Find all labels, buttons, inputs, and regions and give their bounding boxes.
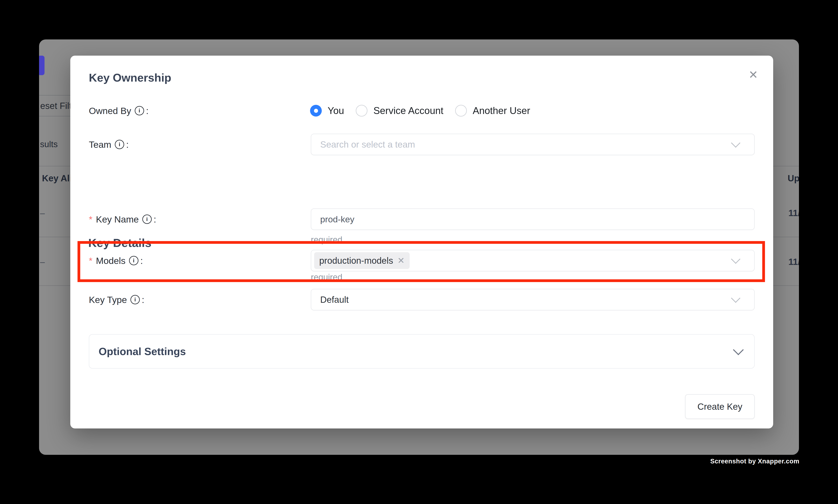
key-name-value: prod-key <box>320 215 354 224</box>
radio-unselected-icon <box>455 105 467 116</box>
table-row2-cell-left: – <box>40 258 45 266</box>
key-name-input[interactable]: prod-key <box>311 209 755 230</box>
owned-by-label: Owned By i : <box>89 106 148 115</box>
create-key-button[interactable]: Create Key <box>685 394 755 419</box>
key-name-label: * Key Name i : <box>89 215 156 224</box>
optional-settings-toggle[interactable]: Optional Settings <box>89 334 755 368</box>
radio-option-service-account[interactable]: Service Account <box>356 105 443 116</box>
table-row1-cell-right: 11/ <box>788 209 799 217</box>
table-header-updated: Up <box>788 174 799 183</box>
key-type-value: Default <box>320 295 349 304</box>
radio-selected-icon <box>310 105 322 116</box>
watermark-text: Screenshot by Xnapper.com <box>710 458 799 464</box>
chevron-down-icon <box>731 293 741 303</box>
team-select[interactable]: Search or select a team <box>311 134 755 155</box>
optional-settings-label: Optional Settings <box>99 346 186 357</box>
modal-title: Key Ownership <box>89 71 171 85</box>
reset-filters-label-fragment: eset Filt <box>40 101 72 111</box>
info-icon: i <box>115 140 124 149</box>
info-icon: i <box>130 295 140 304</box>
radio-option-another-user[interactable]: Another User <box>455 105 530 116</box>
close-icon: ✕ <box>749 69 758 80</box>
close-button[interactable]: ✕ <box>744 65 763 85</box>
annotation-highlight-box <box>77 241 765 282</box>
chevron-down-icon <box>733 344 744 355</box>
info-icon: i <box>142 215 152 224</box>
key-type-select[interactable]: Default <box>311 289 755 310</box>
team-select-placeholder: Search or select a team <box>320 140 415 149</box>
owned-by-radio-group: You Service Account Another User <box>310 105 530 116</box>
team-label: Team i : <box>89 140 129 149</box>
required-asterisk: * <box>89 215 92 224</box>
create-key-button-fragment[interactable] <box>39 56 44 75</box>
radio-unselected-icon <box>356 105 368 116</box>
table-row2-cell-right: 11/ <box>788 257 799 266</box>
screenshot-canvas: eset Filt sults Key Alia Up – 11/ – 11/ … <box>0 0 838 504</box>
key-type-label: Key Type i : <box>89 295 144 304</box>
radio-option-you[interactable]: You <box>310 105 344 116</box>
chevron-down-icon <box>731 138 741 148</box>
table-row1-cell-left: – <box>40 209 45 217</box>
results-count-fragment: sults <box>40 140 58 148</box>
info-icon: i <box>135 106 144 115</box>
